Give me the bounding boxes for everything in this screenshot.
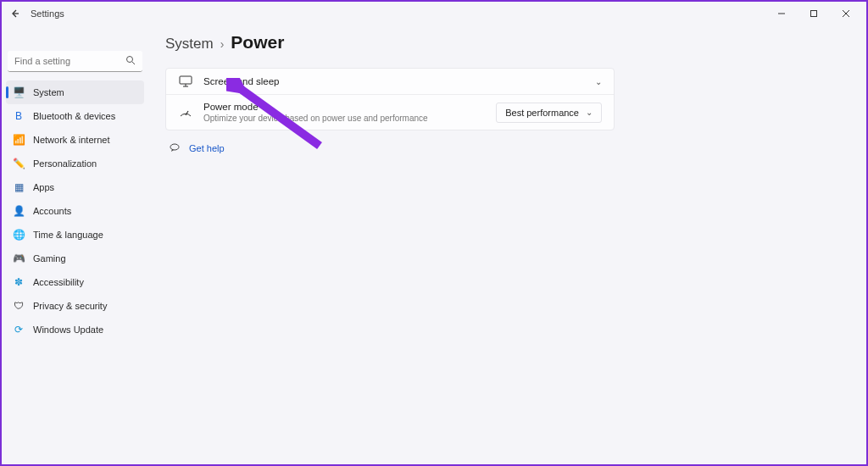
- close-button[interactable]: [831, 3, 861, 24]
- svg-point-4: [127, 57, 133, 63]
- nav-icon: 📶: [13, 134, 25, 146]
- screen-sleep-title: Screen and sleep: [203, 76, 585, 86]
- nav-label: Network & internet: [33, 135, 109, 145]
- sidebar-item-time-language[interactable]: 🌐Time & language: [6, 223, 144, 247]
- chevron-down-icon: ⌄: [586, 108, 593, 117]
- power-mode-icon: [178, 108, 193, 118]
- nav-label: Accessibility: [33, 277, 84, 287]
- nav-label: Apps: [33, 182, 54, 192]
- settings-window: Settings 🖥️SystemBBluetooth & devices📶Ne…: [0, 0, 868, 466]
- nav-icon: 🛡: [13, 300, 25, 312]
- svg-rect-1: [811, 11, 817, 17]
- nav-icon: ▦: [13, 181, 25, 193]
- nav-label: System: [33, 87, 64, 97]
- nav-icon: ✽: [13, 276, 25, 288]
- row-text: Screen and sleep: [203, 76, 585, 86]
- nav-label: Windows Update: [33, 325, 103, 335]
- nav-list: 🖥️SystemBBluetooth & devices📶Network & i…: [6, 80, 144, 341]
- power-mode-selected: Best performance: [505, 108, 579, 118]
- body: 🖥️SystemBBluetooth & devices📶Network & i…: [2, 25, 866, 464]
- maximize-button[interactable]: [798, 3, 829, 24]
- nav-label: Personalization: [33, 158, 97, 169]
- nav-icon: 👤: [13, 205, 25, 217]
- svg-point-10: [170, 144, 179, 150]
- row-text: Power mode Optimize your device based on…: [203, 102, 486, 123]
- title-left: Settings: [7, 5, 64, 22]
- sidebar-item-personalization[interactable]: ✏️Personalization: [6, 152, 144, 175]
- svg-line-5: [132, 62, 135, 64]
- sidebar-item-bluetooth-devices[interactable]: BBluetooth & devices: [6, 104, 144, 128]
- chevron-down-icon: ⌄: [595, 77, 602, 86]
- get-help-row[interactable]: Get help: [169, 142, 846, 154]
- page-title: Power: [231, 32, 284, 53]
- nav-icon: ✏️: [13, 158, 25, 169]
- nav-label: Gaming: [33, 253, 66, 264]
- sidebar-item-network-internet[interactable]: 📶Network & internet: [6, 128, 144, 152]
- back-arrow-icon: [10, 8, 20, 19]
- minimize-button[interactable]: [766, 3, 797, 24]
- sidebar: 🖥️SystemBBluetooth & devices📶Network & i…: [2, 25, 148, 464]
- power-mode-row[interactable]: Power mode Optimize your device based on…: [166, 94, 614, 130]
- sidebar-item-gaming[interactable]: 🎮Gaming: [6, 247, 144, 270]
- maximize-icon: [810, 9, 818, 18]
- nav-label: Privacy & security: [33, 301, 107, 311]
- svg-line-9: [186, 111, 188, 115]
- sidebar-item-system[interactable]: 🖥️System: [6, 80, 144, 104]
- help-icon: [169, 142, 181, 154]
- power-mode-subtitle: Optimize your device based on power use …: [203, 114, 486, 123]
- search-icon: [125, 55, 136, 67]
- breadcrumb-separator: ›: [220, 37, 225, 51]
- window-controls: [766, 3, 861, 24]
- sidebar-item-apps[interactable]: ▦Apps: [6, 175, 144, 199]
- sidebar-item-privacy-security[interactable]: 🛡Privacy & security: [6, 294, 144, 318]
- power-mode-dropdown[interactable]: Best performance ⌄: [496, 103, 602, 123]
- sidebar-item-windows-update[interactable]: ⟳Windows Update: [6, 318, 144, 341]
- close-icon: [842, 9, 850, 18]
- nav-label: Accounts: [33, 206, 71, 216]
- title-bar: Settings: [2, 2, 866, 25]
- app-title: Settings: [31, 8, 64, 19]
- nav-label: Time & language: [33, 230, 103, 240]
- search-box[interactable]: [8, 51, 142, 72]
- nav-label: Bluetooth & devices: [33, 111, 115, 121]
- get-help-link[interactable]: Get help: [189, 143, 225, 153]
- screen-and-sleep-row[interactable]: Screen and sleep ⌄: [166, 69, 614, 94]
- sidebar-item-accessibility[interactable]: ✽Accessibility: [6, 270, 144, 294]
- nav-icon: ⟳: [13, 324, 25, 336]
- nav-icon: 🖥️: [13, 86, 25, 98]
- nav-icon: 🌐: [13, 229, 25, 241]
- sidebar-item-accounts[interactable]: 👤Accounts: [6, 199, 144, 223]
- minimize-icon: [777, 9, 786, 18]
- nav-icon: B: [13, 110, 25, 122]
- monitor-icon: [178, 75, 193, 87]
- settings-card: Screen and sleep ⌄ Power mode Optimize y…: [165, 68, 615, 130]
- search-input[interactable]: [8, 51, 142, 72]
- breadcrumb-parent[interactable]: System: [165, 36, 214, 53]
- back-button[interactable]: [7, 5, 24, 22]
- content-area: System › Power Screen and sleep ⌄: [148, 25, 866, 464]
- breadcrumb: System › Power: [165, 32, 849, 53]
- nav-icon: 🎮: [13, 252, 25, 264]
- power-mode-title: Power mode: [203, 102, 486, 112]
- svg-rect-6: [180, 76, 192, 84]
